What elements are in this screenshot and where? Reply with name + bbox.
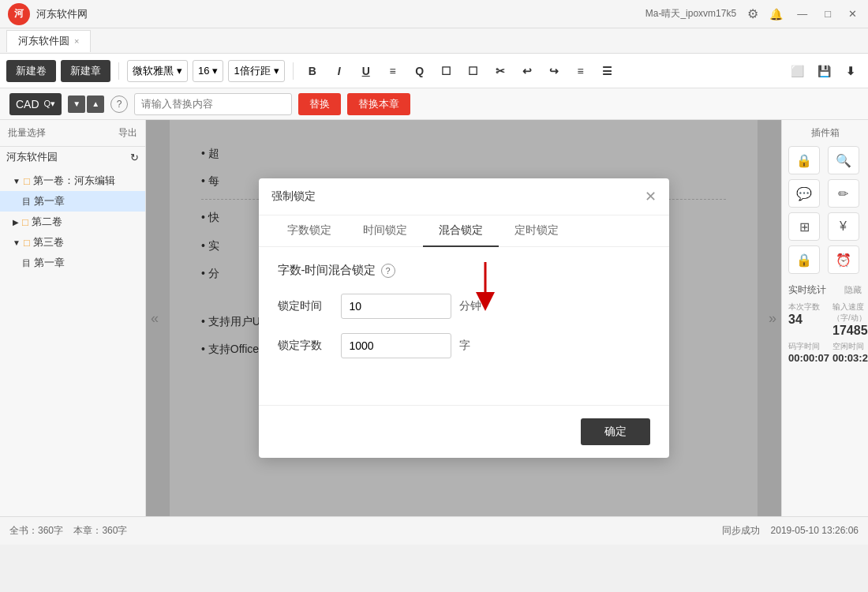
new-chapter-button[interactable]: 新建章	[61, 60, 110, 82]
stat-speed: 输入速度（字/动） 17485	[832, 302, 868, 338]
batch-select-link[interactable]: 批量选择	[8, 126, 46, 140]
titlebar-right: Ma-晴天_ipoxvm17k5 ⚙ 🔔 — □ ✕	[645, 6, 860, 21]
stats-grid: 本次字数 34 输入速度（字/动） 17485 码字时间 00:00:07 空闲…	[788, 302, 862, 364]
right-panel: 插件箱 🔒 🔍 💬 ✏ ⊞ ¥ 🔒 ⏰ 实时统计 隐藏 本次字数 34 输入速	[781, 120, 868, 516]
form-row-words: 锁定字数 字	[278, 333, 650, 358]
minimize-button[interactable]: —	[794, 8, 810, 20]
sidebar-item-chapter3-1[interactable]: 目 第一章	[0, 253, 145, 273]
replace-chapter-button[interactable]: 替换本章	[347, 93, 410, 115]
undo-button[interactable]: ↩	[516, 60, 538, 82]
modal-tab-word-count[interactable]: 字数锁定	[271, 215, 347, 247]
words-input[interactable]	[341, 333, 451, 358]
close-button[interactable]: ✕	[845, 8, 860, 20]
sidebar-item-volume1[interactable]: ▼ □ 第一卷：河东编辑	[0, 170, 145, 191]
line-height-select[interactable]: 1倍行距 ▾	[228, 60, 284, 82]
panel-icon-grid[interactable]: ⊞	[788, 212, 820, 241]
statusbar: 全书：360字 本章：360字 同步成功 2019-05-10 13:26:06	[0, 516, 868, 545]
confirm-button[interactable]: 确定	[581, 418, 650, 445]
stat-type-time-value: 00:00:07	[788, 352, 829, 364]
font-size-select[interactable]: 16 ▾	[193, 60, 223, 82]
stat-type-time: 码字时间 00:00:07	[788, 341, 829, 364]
chapter1-label: 第一章	[34, 194, 65, 208]
panel-icon-lock[interactable]: 🔒	[788, 146, 820, 174]
font-family-select[interactable]: 微软雅黑 ▾	[127, 60, 188, 82]
indent-button[interactable]: ☰	[597, 60, 619, 82]
chapter-chars: 本章：360字	[73, 525, 127, 536]
statusbar-right: 同步成功 2019-05-10 13:26:06	[722, 524, 859, 538]
form-row-time: 锁定时间 分钟	[278, 294, 650, 319]
search-next-button[interactable]: ▲	[87, 96, 104, 113]
modal-title: 强制锁定	[271, 189, 316, 204]
panel-icon-yen[interactable]: ¥	[828, 212, 859, 241]
datetime: 2019-05-10 13:26:06	[771, 525, 859, 536]
sidebar-item-volume3[interactable]: ▼ □ 第三卷	[0, 232, 145, 253]
sidebar-item-volume2[interactable]: ▶ □ 第二卷	[0, 212, 145, 232]
replace-button[interactable]: 替换	[298, 93, 341, 115]
search-help-button[interactable]: ?	[110, 96, 128, 113]
panel-icon-lock2[interactable]: 🔒	[788, 245, 820, 274]
search-dropdown-icon[interactable]: Q▾	[44, 99, 56, 109]
chapter-icon3: 目	[22, 257, 31, 269]
searchbar: CAD Q▾ ▼ ▲ ? 替换 替换本章	[0, 88, 868, 120]
volume1-label: 第一卷：河东编辑	[33, 174, 115, 188]
export-link[interactable]: 导出	[118, 126, 137, 140]
panel-icon-search[interactable]: 🔍	[828, 146, 859, 174]
modal-help-button[interactable]: ?	[381, 264, 395, 278]
modal-tab-mixed-lock[interactable]: 混合锁定	[423, 215, 499, 247]
new-volume-button[interactable]: 新建卷	[6, 60, 56, 82]
bold-button[interactable]: B	[301, 60, 324, 82]
stats-header: 实时统计 隐藏	[788, 283, 862, 297]
modal-close-button[interactable]: ✕	[645, 188, 657, 205]
sync-status: 同步成功	[722, 525, 760, 536]
chapter-icon: 目	[22, 196, 31, 208]
align-left-button[interactable]: ☐	[436, 60, 458, 82]
user-info: Ma-晴天_ipoxvm17k5	[645, 7, 736, 21]
sidebar-item-chapter1[interactable]: 目 第一章	[0, 191, 145, 212]
panel-icon-clock[interactable]: ⏰	[828, 245, 859, 274]
toolbar: 新建卷 新建章 微软雅黑 ▾ 16 ▾ 1倍行距 ▾ B I U ≡ Q ☐ ☐…	[0, 54, 868, 88]
chapter3-1-label: 第一章	[34, 256, 65, 270]
workspace-item[interactable]: 河东软件园 ↻	[0, 147, 145, 167]
bell-icon[interactable]: 🔔	[769, 8, 783, 21]
search-button[interactable]: Q	[409, 60, 431, 82]
panel-icons: 🔒 🔍 💬 ✏ ⊞ ¥ 🔒 ⏰	[788, 146, 862, 274]
time-unit: 分钟	[459, 299, 481, 313]
settings-icon[interactable]: ⚙	[747, 6, 758, 21]
refresh-icon[interactable]: ↻	[130, 152, 139, 163]
stat-speed-value: 17485	[832, 324, 868, 338]
toolbar-sep-2	[293, 62, 294, 80]
panel-icon-comment[interactable]: 💬	[788, 179, 820, 208]
modal-tab-timed-lock[interactable]: 定时锁定	[499, 215, 574, 247]
search-input-wrap[interactable]: CAD Q▾	[9, 93, 62, 115]
expand-icon2: ▶	[13, 218, 19, 227]
para-button[interactable]: ≡	[570, 60, 592, 82]
words-label: 锁定字数	[278, 339, 333, 353]
search-prev-button[interactable]: ▼	[68, 96, 85, 113]
panel-icon-edit[interactable]: ✏	[828, 179, 859, 208]
titlebar-left: 河 河东软件网	[8, 3, 88, 25]
strikethrough-button[interactable]: ≡	[382, 60, 404, 82]
redo-button[interactable]: ↪	[543, 60, 565, 82]
underline-button[interactable]: U	[355, 60, 377, 82]
search-nav: ▼ ▲	[68, 96, 104, 113]
tab-close-icon[interactable]: ×	[74, 36, 79, 46]
sidebar: 批量选择 导出 河东软件园 ↻ ▼ □ 第一卷：河东编辑 目 第一章 ▶ □ 第…	[0, 120, 146, 516]
volume3-label: 第三卷	[33, 235, 64, 249]
stat-this-chars-label: 本次字数	[788, 302, 829, 313]
italic-button[interactable]: I	[328, 60, 350, 82]
tab-label: 河东软件圆	[18, 34, 69, 48]
replace-input[interactable]	[134, 93, 292, 115]
modal-dialog: 强制锁定 ✕ 字数锁定 时间锁定 混合锁定 定时锁定	[259, 178, 669, 458]
time-input[interactable]	[341, 294, 451, 319]
maximize-button[interactable]: □	[821, 8, 834, 20]
sidebar-tree: ▼ □ 第一卷：河东编辑 目 第一章 ▶ □ 第二卷 ▼ □ 第三卷 目 第一章	[0, 167, 145, 516]
sidebar-toggle-button[interactable]: ⬜	[786, 60, 808, 82]
save-button[interactable]: 💾	[813, 60, 835, 82]
stats-hide-button[interactable]: 隐藏	[844, 284, 862, 296]
cut-button[interactable]: ✂	[489, 60, 511, 82]
folder-icon: □	[24, 175, 30, 187]
modal-tab-time-lock[interactable]: 时间锁定	[347, 215, 423, 247]
align-right-button[interactable]: ☐	[462, 60, 485, 82]
download-button[interactable]: ⬇	[840, 60, 862, 82]
document-tab[interactable]: 河东软件圆 ×	[6, 30, 91, 52]
